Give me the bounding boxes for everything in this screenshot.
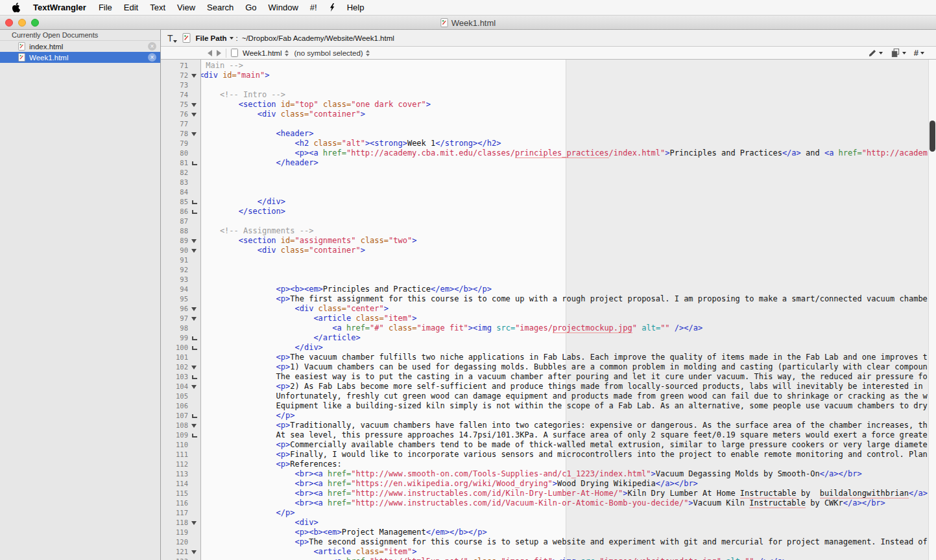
code-text[interactable]: </p> [201,508,928,518]
code-text[interactable]: <div class="container"> [201,110,928,119]
code-line-77[interactable]: 77 [161,119,936,129]
code-text[interactable]: Main --> [201,61,928,71]
fold-open-icon[interactable] [191,521,197,525]
code-text[interactable]: <p><a href="http://academy.cba.mit.edu/c… [201,148,928,158]
code-text[interactable]: <header> [201,129,928,139]
code-line-72[interactable]: 72<div id="main"> [161,71,936,80]
scrollbar-thumb[interactable] [930,121,935,152]
code-line-97[interactable]: 97<article class="item"> [161,314,936,323]
code-text[interactable]: <section id="top" class="one dark cover"… [201,100,928,110]
code-line-101[interactable]: 101<p>The vacuum chamber fulfills two ni… [161,353,936,362]
code-line-80[interactable]: 80<p><a href="http://academy.cba.mit.edu… [161,148,936,158]
pencil-tool-button[interactable] [865,49,885,58]
code-line-113[interactable]: 113<br><a href="http://www.smooth-on.com… [161,469,936,479]
menu-item-[interactable]: #! [304,0,323,16]
code-text[interactable]: </article> [201,333,928,343]
menu-item-search[interactable]: Search [201,0,239,16]
code-editor[interactable]: 71Main -->72<div id="main">7374<!-- Intr… [161,60,936,560]
code-text[interactable]: <br><a href="http://www.smooth-on.com/To… [201,469,928,479]
code-text[interactable]: </header> [201,158,928,168]
code-line-86[interactable]: 86</section> [161,207,936,216]
code-line-90[interactable]: 90<div class="container"> [161,246,936,255]
menu-item-textwrangler[interactable]: TextWrangler [27,0,93,16]
apple-menu[interactable] [6,3,27,12]
code-text[interactable]: <p>The second assignment for this course… [201,537,928,547]
code-line-119[interactable]: 119<p><b><em>Project Management</em></b>… [161,528,936,537]
code-line-120[interactable]: 120<p>The second assignment for this cou… [161,537,936,547]
code-line-112[interactable]: 112<p>References: [161,460,936,469]
code-text[interactable]: <p>References: [201,460,928,469]
code-line-92[interactable]: 92 [161,265,936,275]
code-line-71[interactable]: 71Main --> [161,61,936,71]
code-line-79[interactable]: 79<h2 class="alt"><strong>Week 1</strong… [161,139,936,148]
code-text[interactable]: <section id="assignments" class="two"> [201,236,928,246]
code-text[interactable]: </div> [201,343,928,353]
code-text[interactable]: Equipment like a building-sized kiln sim… [201,401,928,411]
fold-open-icon[interactable] [191,74,197,78]
code-text[interactable] [201,80,928,90]
code-text[interactable]: <div class="container"> [201,246,928,255]
menu-item-view[interactable]: View [171,0,201,16]
code-text[interactable]: <a href="http://html5up.net/" class="ima… [201,557,928,560]
code-text[interactable]: <a href="#" class="image fit"><img src="… [201,323,928,333]
code-line-100[interactable]: 100</div> [161,343,936,353]
code-text[interactable]: <p>Traditionally, vacuum chambers have f… [201,421,928,430]
menu-item-text[interactable]: Text [144,0,171,16]
fold-open-icon[interactable] [191,424,197,428]
code-text[interactable] [201,255,928,265]
code-line-93[interactable]: 93 [161,275,936,285]
code-line-88[interactable]: 88<!-- Assignments --> [161,226,936,236]
code-line-109[interactable]: 109At sea level, this pressure approache… [161,430,936,440]
code-text[interactable]: </div> [201,197,928,207]
code-text[interactable]: <!-- Assignments --> [201,226,928,236]
documents-stack-button[interactable] [888,48,909,58]
code-line-116[interactable]: 116<br><a href="http://www.instructables… [161,498,936,508]
code-text[interactable]: <br><a href="http://www.instructables.co… [201,498,928,508]
fold-open-icon[interactable] [191,249,197,253]
code-text[interactable] [201,265,928,275]
code-text[interactable]: <article class="item"> [201,547,928,557]
menu-item-edit[interactable]: Edit [118,0,144,16]
code-line-81[interactable]: 81</header> [161,158,936,168]
code-text[interactable]: <p>Commercially available chambers tend … [201,440,928,450]
fold-open-icon[interactable] [191,385,197,389]
fold-open-icon[interactable] [191,307,197,311]
code-line-87[interactable]: 87 [161,216,936,226]
code-line-114[interactable]: 114<br><a href="https://en.wikipedia.org… [161,479,936,489]
fold-open-icon[interactable] [191,132,197,136]
code-text[interactable]: <p><b><em>Project Management</em></b></p… [201,528,928,537]
code-line-106[interactable]: 106Equipment like a building-sized kiln … [161,401,936,411]
code-text[interactable]: <p>2) As Fab Labs become more self-suffi… [201,382,928,391]
back-arrow-icon[interactable] [208,50,212,56]
menu-item-window[interactable]: Window [263,0,304,16]
code-line-111[interactable]: 111<p>Finally, I would like to incorpora… [161,450,936,460]
code-line-78[interactable]: 78<header> [161,129,936,139]
code-line-107[interactable]: 107</p> [161,411,936,421]
close-document-button[interactable]: × [148,53,156,62]
code-text[interactable]: <div> [201,518,928,528]
code-line-121[interactable]: 121<article class="item"> [161,547,936,557]
code-line-117[interactable]: 117</p> [161,508,936,518]
code-line-118[interactable]: 118<div> [161,518,936,528]
menu-item-file[interactable]: File [93,0,118,16]
vertical-scrollbar[interactable] [928,60,936,560]
fold-open-icon[interactable] [191,103,197,107]
fold-open-icon[interactable] [191,550,197,554]
code-line-85[interactable]: 85</div> [161,197,936,207]
code-text[interactable] [201,275,928,285]
code-text[interactable] [201,168,928,178]
code-line-94[interactable]: 94<p><b><em>Principles and Practice</em>… [161,285,936,294]
menu-item-help[interactable]: Help [341,0,370,16]
code-line-99[interactable]: 99</article> [161,333,936,343]
code-text[interactable] [201,187,928,197]
code-text[interactable]: <p>1) Vacuum chambers can be used for de… [201,362,928,372]
sidebar-document-index.html[interactable]: index.html× [0,41,160,52]
code-text[interactable]: <p><b><em>Principles and Practice</em></… [201,285,928,294]
code-text[interactable]: </section> [201,207,928,216]
code-text[interactable]: <p>The vacuum chamber fulfills two niche… [201,353,928,362]
code-text[interactable]: At sea level, this pressure approaches 1… [201,430,928,440]
code-line-89[interactable]: 89<section id="assignments" class="two"> [161,236,936,246]
forward-arrow-icon[interactable] [217,50,221,56]
code-line-95[interactable]: 95<p>The first assignment for this cours… [161,294,936,304]
code-text[interactable]: <div id="main"> [201,71,928,80]
